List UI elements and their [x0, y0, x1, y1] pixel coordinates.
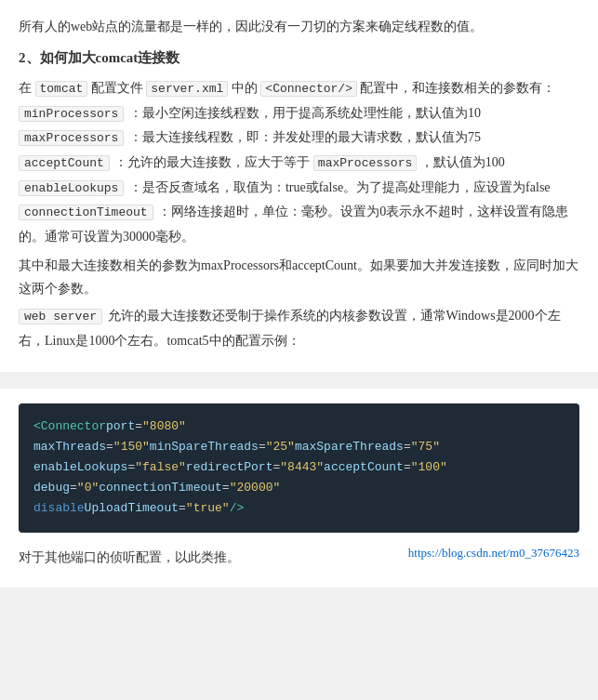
- code-block: <Connectorport="8080" maxThreads="150"mi…: [19, 403, 579, 532]
- param-desc-maxprocessors: ：最大连接线程数，即：并发处理的最大请求数，默认值为75: [129, 130, 481, 144]
- section2-title: 2、如何加大comcat连接数: [19, 46, 579, 71]
- param-connectiontimeout: connectionTimeout ：网络连接超时，单位：毫秒。设置为0表示永不…: [19, 200, 579, 249]
- tomcat-code: tomcat: [35, 81, 88, 97]
- param-minprocessors: minProcessors ：最小空闲连接线程数，用于提高系统处理性能，默认值为…: [19, 101, 579, 126]
- param-name-enablelookups: enableLookups: [19, 180, 124, 196]
- footer-row: 对于其他端口的侦听配置，以此类推。 https://blog.csdn.net/…: [19, 546, 579, 569]
- param-ref-maxprocessors: maxProcessors: [313, 155, 417, 171]
- param-maxprocessors: maxProcessors ：最大连接线程数，即：并发处理的最大请求数，默认值为…: [19, 125, 579, 151]
- footer-text: 对于其他端口的侦听配置，以此类推。: [19, 546, 240, 569]
- intro-text-3: 中的: [232, 81, 258, 95]
- section2-intro-line: 在 tomcat 配置文件 server.xml 中的 <Connector/>…: [19, 76, 579, 101]
- intro-text-4: 配置中，和连接数相关的参数有：: [360, 81, 555, 95]
- intro-text-2: 配置文件: [91, 81, 143, 95]
- param-desc-minprocessors: ：最小空闲连接线程数，用于提高系统处理性能，默认值为10: [129, 106, 481, 120]
- param-acceptcount: acceptCount ：允许的最大连接数，应大于等于 maxProcessor…: [19, 151, 579, 176]
- para-mid: 其中和最大连接数相关的参数为maxProcessors和acceptCount。…: [19, 254, 579, 300]
- param-name-maxprocessors: maxProcessors: [19, 130, 124, 146]
- article-section: 所有人的web站点的流量都是一样的，因此没有一刀切的方案来确定线程数的值。 2、…: [0, 0, 598, 372]
- param-name-acceptcount: acceptCount: [19, 155, 110, 171]
- webserver-code: web server: [19, 309, 102, 324]
- connector-code: <Connector/>: [260, 81, 357, 97]
- code-line-3: enableLookups="false"redirectPort="8443"…: [33, 457, 565, 478]
- code-line-2: maxThreads="150"minSpareThreads="25"maxS…: [33, 437, 565, 457]
- section-divider: [0, 372, 598, 389]
- code-line-4: debug="0"connectionTimeout="20000": [33, 478, 565, 498]
- webserver-line: web server 允许的最大连接数还受制于操作系统的内核参数设置，通常Win…: [19, 304, 579, 353]
- param-name-connectiontimeout: connectionTimeout: [19, 205, 153, 220]
- intro-text-1: 在: [19, 81, 32, 95]
- code-block-section: <Connectorport="8080" maxThreads="150"mi…: [0, 389, 598, 588]
- code-line-5: disableUploadTimeout="true"/>: [33, 498, 565, 519]
- code-line-1: <Connectorport="8080": [33, 416, 565, 437]
- param-desc-enablelookups: ：是否反查域名，取值为：true或false。为了提高处理能力，应设置为fals…: [129, 180, 551, 194]
- param-name-minprocessors: minProcessors: [19, 106, 124, 122]
- serverxml-code: server.xml: [146, 81, 228, 97]
- intro-para: 所有人的web站点的流量都是一样的，因此没有一刀切的方案来确定线程数的值。: [19, 15, 579, 38]
- source-link[interactable]: https://blog.csdn.net/m0_37676423: [408, 546, 579, 561]
- param-desc-acceptcount-post: ，默认值为100: [420, 155, 505, 169]
- param-enablelookups: enableLookups ：是否反查域名，取值为：true或false。为了提…: [19, 176, 579, 201]
- param-desc-acceptcount-pre: ：允许的最大连接数，应大于等于: [114, 155, 310, 169]
